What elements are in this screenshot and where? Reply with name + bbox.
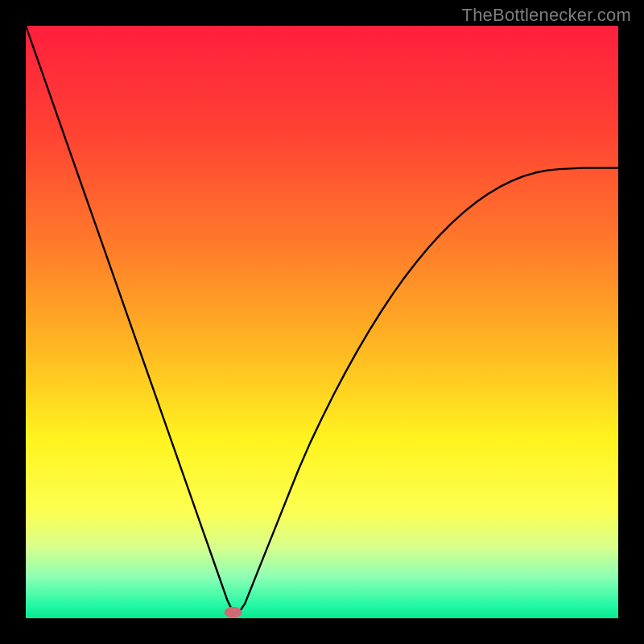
watermark-text: TheBottlenecker.com bbox=[462, 5, 631, 26]
chart-background bbox=[26, 26, 618, 618]
plot-area bbox=[26, 26, 618, 618]
chart-svg bbox=[26, 26, 618, 618]
chart-stage: TheBottlenecker.com bbox=[0, 0, 644, 644]
optimal-marker bbox=[225, 607, 242, 618]
